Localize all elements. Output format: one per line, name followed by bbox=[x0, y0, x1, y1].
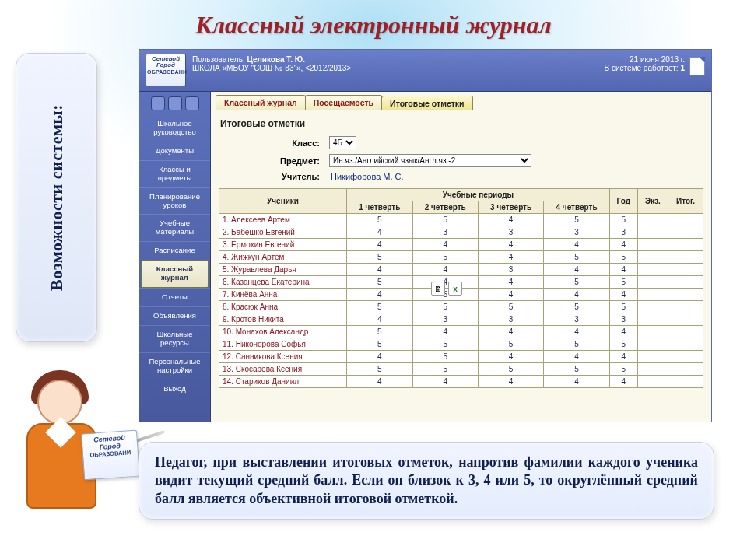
grade-cell[interactable]: 4 bbox=[412, 239, 478, 251]
sidebar-item-6[interactable]: Классный журнал bbox=[141, 260, 209, 288]
grade-cell[interactable]: 4 bbox=[347, 313, 412, 326]
sidebar-item-11[interactable]: Выход bbox=[139, 380, 210, 398]
grade-cell[interactable]: 5 bbox=[347, 326, 412, 338]
sidebar-item-7[interactable]: Отчеты bbox=[139, 288, 210, 306]
grade-cell[interactable]: 5 bbox=[609, 276, 637, 289]
grade-cell[interactable]: 5 bbox=[412, 251, 478, 264]
grade-cell[interactable]: 5 bbox=[347, 251, 412, 264]
grade-cell[interactable]: 4 bbox=[609, 239, 637, 251]
grade-cell[interactable] bbox=[668, 214, 703, 226]
grade-cell[interactable]: 5 bbox=[412, 214, 478, 226]
grade-cell[interactable]: 5 bbox=[347, 301, 412, 313]
grade-cell[interactable]: 4 bbox=[544, 376, 609, 388]
grade-cell[interactable] bbox=[637, 214, 668, 226]
grade-cell[interactable] bbox=[668, 226, 703, 239]
class-select[interactable]: 4Б bbox=[329, 136, 356, 149]
nav-icon-notes[interactable] bbox=[151, 96, 165, 110]
grade-cell[interactable] bbox=[668, 264, 703, 276]
grade-cell[interactable]: 4 bbox=[544, 264, 609, 276]
grade-cell[interactable]: 3 bbox=[478, 313, 543, 326]
grade-cell[interactable] bbox=[668, 326, 703, 338]
grade-cell[interactable]: 5 bbox=[347, 363, 412, 376]
grade-cell[interactable]: 5 bbox=[544, 363, 609, 376]
grade-cell[interactable]: 5 bbox=[544, 251, 609, 264]
grade-cell[interactable] bbox=[637, 301, 668, 313]
sidebar-item-5[interactable]: Расписание bbox=[139, 241, 210, 260]
grade-cell[interactable]: 3 bbox=[478, 226, 543, 239]
grade-cell[interactable] bbox=[637, 376, 668, 388]
grade-cell[interactable]: 3 bbox=[412, 313, 478, 326]
tab-0[interactable]: Классный журнал bbox=[216, 95, 306, 110]
grade-cell[interactable]: 5 bbox=[478, 363, 543, 376]
grade-cell[interactable]: 5 bbox=[412, 301, 478, 313]
export-excel-icon[interactable]: x bbox=[448, 282, 462, 296]
grade-cell[interactable]: 5 bbox=[478, 301, 543, 313]
grade-cell[interactable] bbox=[668, 301, 703, 313]
grade-cell[interactable]: 5 bbox=[412, 338, 478, 351]
grade-cell[interactable] bbox=[668, 351, 703, 363]
sidebar-item-1[interactable]: Документы bbox=[139, 142, 210, 160]
sidebar-item-4[interactable]: Учебные материалы bbox=[139, 214, 210, 241]
grade-cell[interactable]: 4 bbox=[478, 326, 543, 338]
grade-cell[interactable] bbox=[637, 226, 668, 239]
grade-cell[interactable]: 5 bbox=[609, 251, 637, 264]
grade-cell[interactable] bbox=[637, 326, 668, 338]
grade-cell[interactable]: 5 bbox=[347, 276, 412, 289]
grade-cell[interactable]: 4 bbox=[412, 326, 478, 338]
grade-cell[interactable]: 3 bbox=[609, 313, 637, 326]
grade-cell[interactable] bbox=[637, 363, 668, 376]
grade-cell[interactable]: 4 bbox=[347, 264, 412, 276]
grade-cell[interactable]: 5 bbox=[609, 301, 637, 313]
grade-cell[interactable]: 4 bbox=[544, 289, 609, 301]
grade-cell[interactable] bbox=[668, 251, 703, 264]
grade-cell[interactable] bbox=[668, 376, 703, 388]
grade-cell[interactable] bbox=[668, 239, 703, 251]
nav-icon-user[interactable] bbox=[168, 96, 182, 110]
tab-1[interactable]: Посещаемость bbox=[305, 95, 382, 110]
subject-select[interactable]: Ин.яз./Английский язык/Англ.яз.-2 bbox=[329, 154, 531, 167]
print-icon[interactable]: 🗎 bbox=[431, 282, 445, 296]
grade-cell[interactable]: 4 bbox=[478, 251, 543, 264]
grade-cell[interactable] bbox=[668, 363, 703, 376]
grade-cell[interactable] bbox=[637, 313, 668, 326]
grade-cell[interactable]: 3 bbox=[412, 226, 478, 239]
grade-cell[interactable]: 4 bbox=[347, 376, 412, 388]
grade-cell[interactable]: 4 bbox=[478, 289, 543, 301]
grade-cell[interactable]: 3 bbox=[609, 226, 637, 239]
grade-cell[interactable]: 3 bbox=[544, 313, 609, 326]
grade-cell[interactable]: 4 bbox=[609, 351, 637, 363]
nav-icon-help[interactable] bbox=[185, 96, 199, 110]
grade-cell[interactable]: 4 bbox=[478, 276, 543, 289]
grade-cell[interactable]: 4 bbox=[544, 351, 609, 363]
grade-cell[interactable]: 5 bbox=[412, 363, 478, 376]
grade-cell[interactable]: 4 bbox=[609, 326, 637, 338]
grade-cell[interactable]: 5 bbox=[478, 338, 543, 351]
grade-cell[interactable] bbox=[637, 264, 668, 276]
grade-cell[interactable]: 4 bbox=[347, 226, 412, 239]
grade-cell[interactable]: 4 bbox=[544, 239, 609, 251]
grade-cell[interactable]: 5 bbox=[347, 338, 412, 351]
grade-cell[interactable]: 5 bbox=[609, 214, 637, 226]
grade-cell[interactable]: 4 bbox=[609, 264, 637, 276]
grade-cell[interactable]: 4 bbox=[478, 214, 543, 226]
sidebar-item-9[interactable]: Школьные ресурсы bbox=[139, 325, 210, 352]
grade-cell[interactable]: 3 bbox=[478, 264, 543, 276]
document-icon[interactable] bbox=[689, 57, 705, 75]
tab-2[interactable]: Итоговые отметки bbox=[381, 96, 472, 110]
grade-cell[interactable]: 5 bbox=[609, 363, 637, 376]
grade-cell[interactable]: 3 bbox=[544, 226, 609, 239]
grade-cell[interactable] bbox=[668, 276, 703, 289]
sidebar-item-2[interactable]: Классы и предметы bbox=[139, 160, 210, 187]
grade-cell[interactable]: 4 bbox=[544, 326, 609, 338]
grade-cell[interactable]: 4 bbox=[478, 376, 543, 388]
grade-cell[interactable]: 5 bbox=[544, 214, 609, 226]
sidebar-item-10[interactable]: Персональные настройки bbox=[139, 352, 210, 380]
grade-cell[interactable]: 4 bbox=[412, 376, 478, 388]
sidebar-item-8[interactable]: Объявления bbox=[139, 306, 210, 325]
grade-cell[interactable] bbox=[637, 276, 668, 289]
grade-cell[interactable] bbox=[668, 313, 703, 326]
grade-cell[interactable]: 5 bbox=[609, 338, 637, 351]
grade-cell[interactable]: 4 bbox=[347, 289, 412, 301]
grade-cell[interactable]: 4 bbox=[412, 264, 478, 276]
grade-cell[interactable] bbox=[637, 351, 668, 363]
